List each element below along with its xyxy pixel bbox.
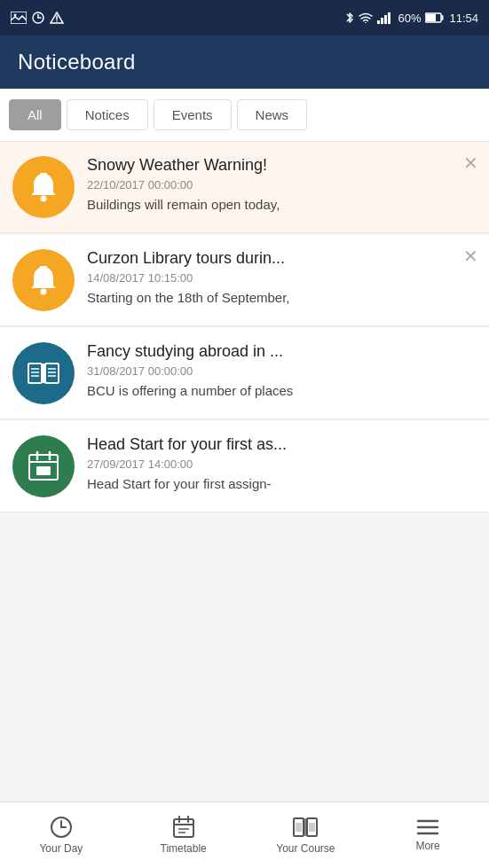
- svg-rect-47: [309, 823, 315, 832]
- time-text: 11:54: [449, 12, 478, 25]
- nav-more-label: More: [415, 840, 439, 852]
- svg-point-16: [41, 196, 47, 202]
- timer-icon: [32, 12, 44, 24]
- notice-body-1: Snowy Weather Warning! 22/10/2017 00:00:…: [87, 156, 477, 212]
- svg-rect-9: [377, 20, 380, 24]
- notice-icon-bell-1: [12, 156, 75, 218]
- svg-rect-11: [384, 15, 387, 24]
- bell-icon-2: [28, 264, 59, 296]
- nav-your-day[interactable]: Your Day: [0, 802, 122, 868]
- notice-item: Curzon Library tours durin... 14/08/2017…: [0, 235, 489, 326]
- tab-notices[interactable]: Notices: [67, 99, 148, 130]
- svg-rect-14: [426, 14, 436, 21]
- svg-point-7: [56, 20, 58, 22]
- svg-rect-33: [36, 466, 51, 475]
- svg-point-1: [14, 14, 17, 17]
- notice-body-3: Fancy studying abroad in ... 31/08/2017 …: [87, 342, 477, 398]
- calendar-icon-4: [28, 450, 59, 482]
- timetable-calendar-icon: [172, 816, 195, 839]
- notice-title-3[interactable]: Fancy studying abroad in ...: [87, 342, 450, 361]
- tab-all[interactable]: All: [9, 99, 61, 130]
- tab-bar: All Notices Events News: [0, 89, 489, 142]
- signal-icon: [377, 12, 393, 24]
- svg-point-8: [365, 22, 367, 23]
- battery-text: 60%: [398, 12, 421, 25]
- menu-icon: [416, 818, 439, 836]
- notice-icon-calendar-4: [12, 435, 75, 497]
- notice-desc-3: BCU is offering a number of places: [87, 383, 450, 398]
- svg-rect-21: [45, 364, 59, 383]
- nav-timetable-label: Timetable: [161, 842, 207, 855]
- tab-news[interactable]: News: [237, 99, 308, 130]
- nav-more[interactable]: More: [367, 802, 489, 868]
- nav-your-day-label: Your Day: [39, 842, 83, 855]
- close-button-2[interactable]: ✕: [463, 247, 478, 265]
- notice-date-1: 22/10/2017 00:00:00: [87, 178, 450, 192]
- notice-date-2: 14/08/2017 10:15:00: [87, 271, 450, 285]
- notice-body-4: Head Start for your first as... 27/09/20…: [87, 435, 477, 491]
- notice-desc-1: Buildings will remain open today,: [87, 197, 450, 212]
- notice-date-4: 27/09/2017 14:00:00: [87, 457, 450, 471]
- notice-title-4[interactable]: Head Start for your first as...: [87, 435, 450, 454]
- notice-item: Snowy Weather Warning! 22/10/2017 00:00:…: [0, 142, 489, 233]
- close-button-1[interactable]: ✕: [463, 154, 478, 172]
- nav-timetable[interactable]: Timetable: [122, 802, 245, 868]
- status-right-info: 60% 11:54: [345, 12, 478, 25]
- svg-rect-46: [296, 823, 302, 832]
- svg-point-18: [41, 289, 47, 295]
- page-title: Noticeboard: [18, 50, 471, 74]
- notice-list: Snowy Weather Warning! 22/10/2017 00:00:…: [0, 142, 489, 802]
- svg-rect-12: [388, 12, 390, 24]
- notice-title-2[interactable]: Curzon Library tours durin...: [87, 249, 450, 268]
- nav-your-course-label: Your Course: [276, 842, 335, 855]
- bluetooth-icon: [345, 12, 354, 24]
- clock-icon: [50, 816, 73, 839]
- notice-desc-2: Starting on the 18th of September,: [87, 290, 450, 305]
- status-bar: 60% 11:54: [0, 0, 489, 35]
- svg-rect-20: [28, 364, 42, 383]
- bottom-nav: Your Day Timetable Your Course More: [0, 802, 489, 868]
- app-header: Noticeboard: [0, 35, 489, 89]
- svg-rect-37: [174, 819, 193, 837]
- tab-events[interactable]: Events: [154, 99, 232, 130]
- notice-desc-4: Head Start for your first assign-: [87, 476, 450, 491]
- notice-title-1[interactable]: Snowy Weather Warning!: [87, 156, 450, 175]
- svg-rect-10: [381, 18, 383, 24]
- notice-icon-book-3: [12, 342, 75, 404]
- course-icon: [293, 816, 318, 839]
- notice-body-2: Curzon Library tours durin... 14/08/2017…: [87, 249, 477, 305]
- warning-icon: [50, 12, 64, 24]
- notice-item: Fancy studying abroad in ... 31/08/2017 …: [0, 328, 489, 419]
- notice-item: Head Start for your first as... 27/09/20…: [0, 421, 489, 512]
- nav-your-course[interactable]: Your Course: [245, 802, 367, 868]
- bell-icon-1: [28, 171, 59, 203]
- book-icon-3: [27, 360, 60, 387]
- image-icon: [11, 12, 27, 24]
- notice-date-3: 31/08/2017 00:00:00: [87, 364, 450, 378]
- status-left-icons: [11, 12, 64, 24]
- battery-icon: [425, 12, 445, 23]
- notice-icon-bell-2: [12, 249, 75, 311]
- wifi-icon: [359, 12, 373, 23]
